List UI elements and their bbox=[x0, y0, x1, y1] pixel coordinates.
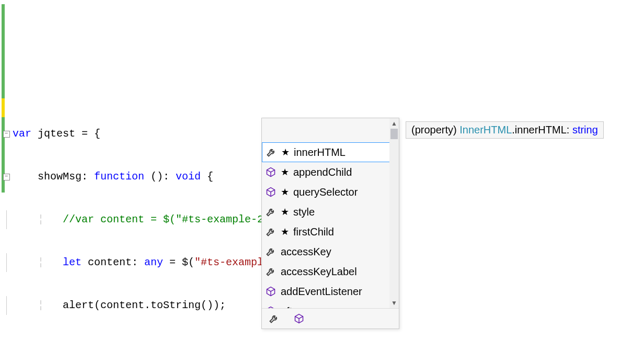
intellisense-item[interactable]: ★appendChild bbox=[262, 162, 399, 182]
intellisense-item[interactable]: ★firstChild bbox=[262, 222, 399, 242]
intellisense-item-label: querySelector bbox=[293, 186, 358, 198]
intellisense-footer bbox=[262, 308, 399, 329]
indent-guide: ¦ bbox=[13, 253, 63, 272]
intellisense-item-label: firstChild bbox=[293, 226, 334, 238]
tooltip-member: .innerHTML: bbox=[512, 124, 572, 135]
change-bar-green-1 bbox=[2, 4, 5, 98]
scroll-up-icon[interactable]: ▲ bbox=[389, 118, 399, 129]
fold-toggle[interactable]: − bbox=[0, 131, 13, 138]
star-icon: ★ bbox=[281, 146, 290, 158]
keyword: void bbox=[176, 167, 201, 186]
cube-icon[interactable] bbox=[293, 313, 305, 324]
indent-guide: ¦ bbox=[13, 296, 63, 315]
code-text: jqtest = { bbox=[31, 125, 100, 143]
cube-icon bbox=[265, 286, 277, 297]
code-text: = $( bbox=[163, 253, 194, 272]
wrench-icon bbox=[265, 266, 277, 277]
star-icon: ★ bbox=[281, 226, 289, 238]
keyword: let bbox=[63, 253, 82, 272]
code-text: { bbox=[201, 167, 213, 186]
cube-icon bbox=[265, 306, 277, 308]
intellisense-popup[interactable]: ★innerHTML★appendChild★querySelector★sty… bbox=[261, 118, 399, 329]
tooltip-returntype: string bbox=[572, 124, 598, 135]
intellisense-list[interactable]: ★innerHTML★appendChild★querySelector★sty… bbox=[262, 118, 399, 308]
code-text: showMsg: bbox=[38, 167, 94, 186]
keyword: any bbox=[144, 253, 163, 272]
scroll-down-icon[interactable]: ▼ bbox=[389, 298, 399, 308]
star-icon: ★ bbox=[281, 166, 289, 178]
code-text: alert(content.toString()); bbox=[63, 296, 226, 315]
code-text: content: bbox=[82, 253, 144, 272]
star-icon: ★ bbox=[281, 206, 289, 218]
signature-tooltip: (property) InnerHTML.innerHTML: string bbox=[406, 121, 604, 139]
intellisense-item[interactable]: addEventListener bbox=[262, 281, 399, 301]
wrench-icon bbox=[265, 226, 277, 238]
intellisense-item[interactable]: after bbox=[262, 301, 399, 308]
intellisense-item-label: style bbox=[293, 206, 315, 218]
keyword: var bbox=[13, 125, 31, 143]
indent bbox=[13, 167, 38, 186]
scroll-track[interactable] bbox=[389, 129, 399, 298]
scroll-thumb[interactable] bbox=[390, 129, 398, 139]
intellisense-item[interactable]: ★innerHTML bbox=[262, 142, 399, 162]
tooltip-type: InnerHTML bbox=[459, 124, 512, 135]
intellisense-item-label: accessKey bbox=[281, 246, 331, 258]
star-icon: ★ bbox=[281, 186, 289, 198]
intellisense-item[interactable]: accessKeyLabel bbox=[262, 262, 399, 281]
intellisense-item[interactable]: ★style bbox=[262, 202, 399, 222]
wrench-icon bbox=[266, 146, 277, 158]
intellisense-item-label: addEventListener bbox=[281, 286, 362, 298]
tooltip-prefix: (property) bbox=[411, 124, 459, 135]
intellisense-item-label: innerHTML bbox=[294, 146, 346, 159]
wrench-icon bbox=[265, 246, 277, 257]
wrench-icon bbox=[265, 206, 277, 218]
cube-icon bbox=[265, 166, 277, 178]
keyword: function bbox=[94, 167, 144, 186]
cube-icon bbox=[265, 186, 277, 198]
intellisense-item[interactable]: ★querySelector bbox=[262, 182, 399, 202]
fold-toggle[interactable]: − bbox=[0, 174, 13, 180]
wrench-icon[interactable] bbox=[268, 313, 280, 324]
intellisense-item-label: after bbox=[281, 306, 302, 309]
intellisense-item-label: appendChild bbox=[293, 166, 352, 178]
intellisense-item-label: accessKeyLabel bbox=[281, 266, 357, 278]
indent-guide: ¦ bbox=[13, 210, 63, 229]
scrollbar[interactable]: ▲ ▼ bbox=[389, 118, 399, 308]
code-text: (): bbox=[144, 167, 176, 186]
intellisense-item[interactable]: accessKey bbox=[262, 242, 399, 262]
